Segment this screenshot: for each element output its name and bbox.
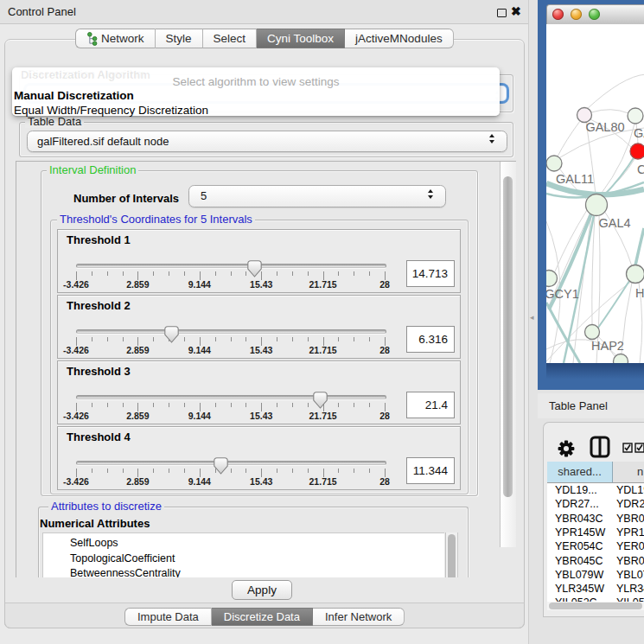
network-edge[interactable] [586, 74, 644, 110]
gear-icon[interactable] [558, 440, 575, 457]
slider-tick [153, 403, 154, 407]
attributes-scrollbar-thumb[interactable] [448, 534, 456, 577]
threshold-value-field[interactable]: 21.4 [406, 392, 455, 418]
algorithm-option-manual[interactable]: Manual Discretization [14, 89, 134, 102]
icon-shape [214, 458, 227, 474]
bottom-tab-label: Impute Data [137, 609, 199, 625]
algorithm-placeholder-item[interactable]: Select algorithm to view settings [12, 75, 500, 88]
threshold-panel-4: Threshold 4-3.4262.8599.14415.4321.71528… [57, 426, 461, 490]
threshold-value-field[interactable]: 6.316 [406, 326, 455, 353]
table-hscrollbar-thumb[interactable] [549, 603, 642, 609]
network-canvas[interactable]: GAL80GACGAL11GAL4GCY1HHAP2 [546, 24, 644, 363]
number-of-intervals-combobox[interactable]: 5 [188, 185, 446, 207]
bottom-tab-impute-data[interactable]: Impute Data [124, 608, 212, 626]
algorithm-option-equal-width[interactable]: Equal Width/Frequency Discretization [14, 104, 208, 117]
icon-shape [88, 33, 92, 37]
attribute-item[interactable]: SelfLoops [43, 533, 444, 552]
network-node-label: H [635, 286, 644, 300]
network-node-h[interactable] [627, 265, 644, 284]
cell-shared-name: YBL079W [555, 568, 603, 582]
divider-collapse-icon[interactable]: ◂ [530, 313, 534, 322]
interval-definition-group: Interval Definition Number of Intervals … [41, 170, 478, 496]
close-icon[interactable]: ✖ [511, 3, 521, 20]
network-node-gal4[interactable] [586, 194, 608, 216]
settings-scrollbar[interactable] [500, 162, 516, 547]
slider-tick [354, 337, 354, 341]
table-row[interactable]: YPR145WYPR14 [547, 526, 644, 539]
network-edge-highlighted[interactable] [635, 228, 644, 265]
attribute-item[interactable]: TopologicalCoefficient [43, 552, 444, 567]
tab-jactivemnodules[interactable]: jActiveMNodules [345, 29, 454, 48]
slider-tick [338, 469, 339, 473]
slider-tick-label: 15.43 [250, 345, 272, 355]
slider-tick [277, 337, 277, 341]
network-edge[interactable] [600, 124, 634, 195]
float-window-icon[interactable] [497, 9, 507, 17]
column-header-shared-name[interactable]: shared... [547, 462, 613, 483]
tab-network[interactable]: Network [75, 29, 156, 48]
network-node-hap2[interactable] [585, 325, 600, 340]
tab-cyni-toolbox[interactable]: Cyni Toolbox [257, 29, 345, 48]
column-header-name[interactable]: n [613, 462, 644, 483]
number-of-intervals-label: Number of Intervals [73, 192, 179, 205]
icon-shape [564, 446, 569, 451]
cell-shared-name: YER054C [555, 539, 603, 553]
minimize-traffic-light[interactable] [571, 9, 582, 20]
cell-name: YDR27 [616, 497, 644, 511]
network-edge[interactable] [558, 121, 580, 156]
slider-handle[interactable] [313, 392, 328, 409]
slider-tick [215, 337, 216, 341]
slider-tick [231, 469, 232, 473]
table-row[interactable]: YBR043CYBR04 [547, 512, 644, 526]
table-row[interactable]: YER054CYER05 [547, 539, 644, 553]
icon-shape [247, 261, 260, 277]
network-edge[interactable] [592, 215, 595, 325]
slider-track[interactable] [76, 461, 386, 465]
network-node-gcy1[interactable] [546, 271, 558, 287]
numerical-attributes-list[interactable]: SelfLoopsTopologicalCoefficientBetweenne… [42, 532, 444, 577]
slider-handle[interactable] [247, 260, 262, 277]
slider-tick [277, 403, 277, 407]
tab-select[interactable]: Select [203, 29, 258, 48]
slider-tick [369, 337, 370, 341]
slider-tick [184, 337, 185, 341]
threshold-value-field[interactable]: 14.713 [406, 260, 455, 287]
table-horizontal-scrollbar[interactable] [547, 602, 644, 610]
attributes-list-scrollbar[interactable] [445, 532, 458, 577]
attribute-item[interactable]: BetweennessCentrality [43, 566, 444, 577]
split-columns-icon[interactable] [590, 436, 610, 458]
network-node-ga[interactable] [628, 108, 643, 124]
bottom-tab-discretize-data[interactable]: Discretize Data [212, 608, 313, 626]
slider-track[interactable] [76, 395, 386, 399]
table-row[interactable]: YDL19...YDL19 [547, 483, 644, 497]
apply-button[interactable]: Apply [232, 580, 292, 600]
table-row[interactable]: YLR345WYLR34 [547, 582, 644, 596]
network-node[interactable] [614, 354, 628, 364]
checkbox-checked-icon[interactable] [634, 443, 644, 453]
table-row[interactable]: YBR045CYBR04 [547, 554, 644, 568]
zoom-traffic-light[interactable] [589, 9, 600, 20]
cyni-bottom-tabs: Impute DataDiscretize DataInfer Network [124, 608, 405, 626]
checkbox-checked-icon[interactable] [622, 443, 633, 453]
slider-tick [369, 469, 370, 473]
network-node-c[interactable] [630, 143, 644, 159]
slider-tick [245, 403, 246, 407]
icon-shape [625, 445, 630, 450]
threshold-value-field[interactable]: 11.344 [406, 457, 455, 484]
table-row[interactable]: YDR27...YDR27 [547, 497, 644, 511]
settings-scrollbar-thumb[interactable] [503, 176, 513, 497]
slider-tick-label: 28 [379, 476, 390, 487]
network-edge[interactable] [591, 110, 628, 113]
slider-track[interactable] [76, 329, 386, 334]
slider-handle[interactable] [214, 457, 228, 475]
network-node-gal11[interactable] [546, 156, 562, 171]
table-data-combobox[interactable]: galFiltered.sif default node [27, 131, 507, 152]
slider-tick [369, 403, 370, 407]
table-row[interactable]: YBL079WYBL07 [547, 568, 644, 582]
slider-handle[interactable] [164, 326, 179, 343]
slider-track[interactable] [76, 264, 386, 268]
close-traffic-light[interactable] [552, 9, 564, 20]
slider-tick [354, 271, 354, 276]
tab-style[interactable]: Style [156, 29, 203, 48]
bottom-tab-infer-network[interactable]: Infer Network [313, 608, 405, 626]
